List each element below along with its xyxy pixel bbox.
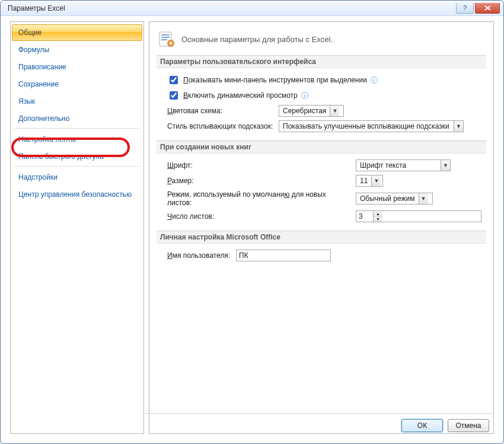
combo-font-size[interactable]: 11 ▼ — [356, 175, 383, 187]
close-icon — [484, 5, 491, 11]
checkbox-mini-toolbar[interactable] — [170, 76, 178, 84]
combo-default-view[interactable]: Обычный режим ▼ — [356, 193, 433, 205]
label-username: Имя пользователя: — [167, 251, 232, 260]
sidebar-item-language[interactable]: Язык — [12, 93, 142, 110]
excel-options-dialog: Параметры Excel ? Общие Формулы Правопис… — [0, 0, 504, 444]
chevron-down-icon: ▼ — [454, 121, 463, 132]
combo-color-scheme[interactable]: Серебристая ▼ — [279, 105, 344, 117]
label-screentip-style: Стиль всплывающих подсказок: — [167, 122, 274, 130]
chevron-down-icon: ▼ — [441, 160, 450, 171]
sidebar-item-save[interactable]: Сохранение — [12, 76, 142, 92]
label-mini-toolbar: Показывать мини-панель инструментов при … — [183, 76, 367, 84]
input-username[interactable]: ПК — [236, 250, 331, 261]
close-button[interactable] — [475, 3, 500, 14]
svg-point-5 — [170, 42, 173, 45]
sidebar-item-trust-center[interactable]: Центр управления безопасностью — [12, 186, 142, 203]
label-sheet-count: Число листов: — [167, 212, 351, 221]
svg-rect-3 — [161, 39, 167, 40]
label-live-preview: Включить динамический просмотр — [183, 91, 298, 100]
label-color-scheme: Цветовая схема: — [167, 107, 274, 115]
sidebar-separator — [14, 128, 140, 129]
sidebar-item-advanced[interactable]: Дополнительно — [12, 110, 142, 127]
category-sidebar: Общие Формулы Правописание Сохранение Яз… — [10, 21, 144, 434]
sidebar-item-customize-ribbon[interactable]: Настройка ленты — [12, 131, 142, 148]
sidebar-item-proofing[interactable]: Правописание — [12, 59, 142, 75]
spinner-up-icon[interactable]: ▲ — [374, 211, 382, 217]
content-pane: Основные параметры для работы с Excel. П… — [149, 21, 494, 434]
chevron-down-icon: ▼ — [419, 193, 428, 204]
info-icon[interactable]: i — [301, 92, 308, 99]
checkbox-live-preview[interactable] — [170, 91, 178, 100]
group-new-workbooks: При создании новых книг Шрифт: Шрифт тек… — [157, 140, 486, 231]
sidebar-item-formulas[interactable]: Формулы — [12, 41, 142, 58]
label-font: Шрифт: — [167, 161, 351, 170]
cancel-button[interactable]: Отмена — [448, 419, 489, 432]
svg-rect-2 — [161, 37, 170, 38]
sidebar-item-addins[interactable]: Надстройки — [12, 169, 142, 186]
page-heading: Основные параметры для работы с Excel. — [181, 35, 333, 44]
chevron-down-icon: ▼ — [371, 175, 381, 186]
info-icon[interactable]: i — [371, 76, 378, 84]
ok-button[interactable]: ОК — [401, 419, 443, 432]
sidebar-separator — [14, 166, 140, 167]
general-options-icon — [158, 30, 176, 48]
group-personalize: Личная настройка Microsoft Office Имя по… — [157, 231, 486, 273]
sidebar-item-quick-access-toolbar[interactable]: Панель быстрого доступа — [12, 148, 142, 165]
combo-screentip-style[interactable]: Показывать улучшенные всплывающие подска… — [279, 120, 464, 132]
group-title: Параметры пользовательского интерфейса — [157, 56, 486, 68]
chevron-down-icon: ▼ — [330, 106, 339, 116]
group-title: Личная настройка Microsoft Office — [157, 231, 486, 244]
combo-font[interactable]: Шрифт текста ▼ — [356, 159, 451, 171]
sidebar-item-general[interactable]: Общие — [12, 24, 142, 41]
svg-rect-1 — [161, 34, 170, 36]
titlebar[interactable]: Параметры Excel ? — [1, 1, 503, 16]
dialog-footer: ОК Отмена — [145, 413, 494, 437]
group-ui-options: Параметры пользовательского интерфейса П… — [157, 55, 486, 140]
spinner-down-icon[interactable]: ▼ — [374, 217, 382, 222]
help-button[interactable]: ? — [456, 3, 474, 14]
group-title: При создании новых книг — [157, 141, 486, 154]
label-default-view: Режим, используемый по умолчанию для нов… — [167, 190, 351, 207]
window-title: Параметры Excel — [8, 4, 455, 12]
spinner-sheet-count[interactable]: 3 ▲▼ — [356, 210, 481, 222]
label-font-size: Размер: — [167, 177, 351, 185]
